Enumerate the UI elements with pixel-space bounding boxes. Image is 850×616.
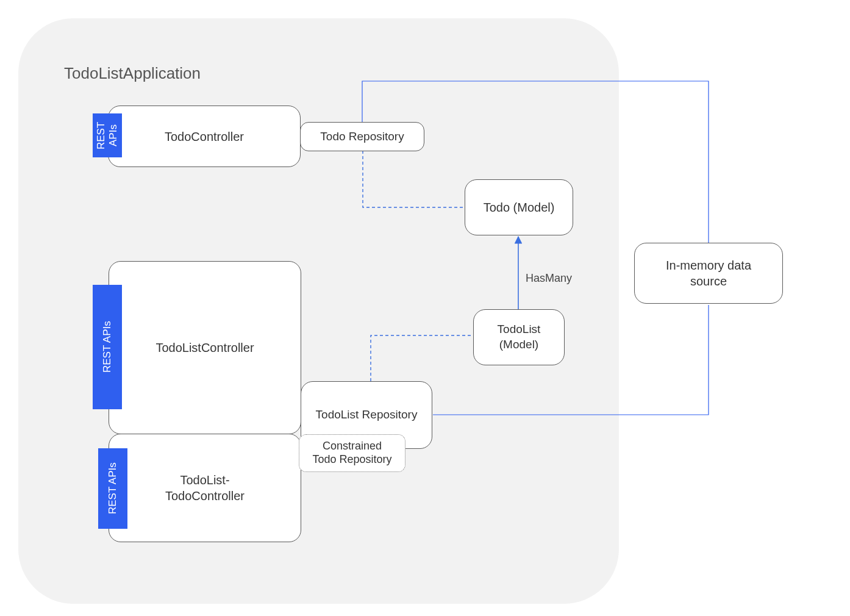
node-todo-model: Todo (Model) [465,179,573,235]
label-constrained-repo: Constrained Todo Repository [312,440,391,466]
label-todolist-repository: TodoList Repository [316,407,418,423]
label-datasource: In-memory data source [666,257,751,289]
node-todolist-model: TodoList (Model) [473,309,565,365]
node-todo-controller: TodoController [108,106,301,167]
tag-rest-apis-2: REST APIs [93,285,122,409]
app-title: TodoListApplication [64,64,201,83]
node-constrained-repo: Constrained Todo Repository [299,434,405,472]
diagram-canvas: TodoListApplication TodoController REST … [0,0,850,616]
node-todo-repository: Todo Repository [300,122,424,151]
node-todolist-todo-controller: TodoList- TodoController [109,434,301,542]
label-todolist-controller: TodoListController [155,340,254,356]
label-todolist-model: TodoList (Model) [498,322,541,352]
tag-rest-apis-1: REST APIs [93,113,122,157]
label-todolist-todo-controller: TodoList- TodoController [165,472,245,504]
tag-rest-apis-3: REST APIs [98,448,127,529]
label-todo-repository: Todo Repository [320,129,404,145]
node-todolist-controller: TodoListController [109,261,301,434]
label-hasmany: HasMany [526,272,572,285]
label-todo-controller: TodoController [165,129,244,145]
node-datasource: In-memory data source [634,243,783,304]
label-todo-model: Todo (Model) [484,199,555,215]
